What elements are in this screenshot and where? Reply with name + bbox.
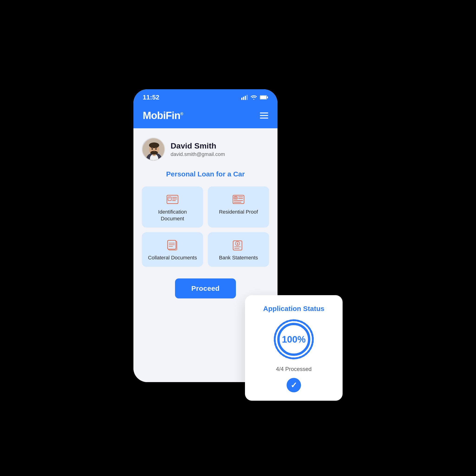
svg-rect-5 xyxy=(260,96,266,99)
svg-point-18 xyxy=(169,197,170,199)
user-info: David Smith david.smith@gmail.com xyxy=(170,141,225,158)
bank-statements-card[interactable]: $ Bank Statements xyxy=(208,232,269,267)
menu-line-2 xyxy=(260,115,268,116)
identification-document-card[interactable]: Identification Document xyxy=(142,187,203,228)
menu-line-3 xyxy=(260,118,268,119)
svg-point-15 xyxy=(155,148,157,150)
status-card-title: Application Status xyxy=(263,305,324,313)
svg-rect-6 xyxy=(267,96,268,98)
avatar xyxy=(142,137,165,161)
status-icons xyxy=(241,95,268,100)
progress-ring: 100% xyxy=(273,318,315,360)
id-document-icon xyxy=(166,193,178,205)
processed-count: 4/4 Processed xyxy=(276,366,311,372)
svg-rect-1 xyxy=(243,97,244,100)
bank-statements-label: Bank Statements xyxy=(219,255,258,261)
residential-proof-label: Residential Proof xyxy=(219,209,258,215)
avatar-image xyxy=(142,138,165,161)
logo: MobiFin® xyxy=(143,110,183,121)
scene: 11:52 xyxy=(133,75,343,401)
svg-point-12 xyxy=(149,142,159,148)
application-status-card: Application Status 100% 4/4 Processed ✓ xyxy=(245,295,343,401)
signal-icon xyxy=(241,95,248,100)
collateral-documents-card[interactable]: Collateral Documents xyxy=(142,232,203,267)
svg-rect-3 xyxy=(247,95,248,100)
svg-rect-0 xyxy=(241,98,242,100)
svg-rect-16 xyxy=(167,195,178,204)
id-document-label: Identification Document xyxy=(146,209,199,222)
user-profile: David Smith david.smith@gmail.com xyxy=(142,137,269,161)
residential-proof-icon xyxy=(232,193,244,205)
app-name: MobiFin® xyxy=(143,110,183,121)
check-circle: ✓ xyxy=(287,378,301,392)
menu-line-1 xyxy=(260,113,268,113)
svg-point-14 xyxy=(152,148,153,150)
collateral-docs-icon xyxy=(166,239,178,251)
svg-rect-2 xyxy=(245,96,246,100)
app-header: MobiFin® xyxy=(133,105,277,128)
residential-proof-card[interactable]: Residential Proof xyxy=(208,187,269,228)
user-name: David Smith xyxy=(170,141,225,151)
svg-point-24 xyxy=(235,197,236,198)
svg-text:$: $ xyxy=(237,242,238,245)
svg-rect-23 xyxy=(234,196,237,199)
status-bar: 11:52 xyxy=(133,89,277,105)
user-email: david.smith@gmail.com xyxy=(170,151,225,157)
status-time: 11:52 xyxy=(143,94,159,101)
wifi-icon xyxy=(251,95,257,100)
proceed-button[interactable]: Proceed xyxy=(175,278,236,298)
loan-title: Personal Loan for a Car xyxy=(142,170,269,178)
progress-percentage: 100% xyxy=(282,334,306,345)
document-grid: Identification Document xyxy=(142,187,269,267)
collateral-documents-label: Collateral Documents xyxy=(148,255,197,261)
bank-statements-icon: $ xyxy=(232,239,244,251)
checkmark-icon: ✓ xyxy=(290,381,297,389)
menu-button[interactable] xyxy=(260,113,268,119)
battery-icon xyxy=(260,95,268,100)
